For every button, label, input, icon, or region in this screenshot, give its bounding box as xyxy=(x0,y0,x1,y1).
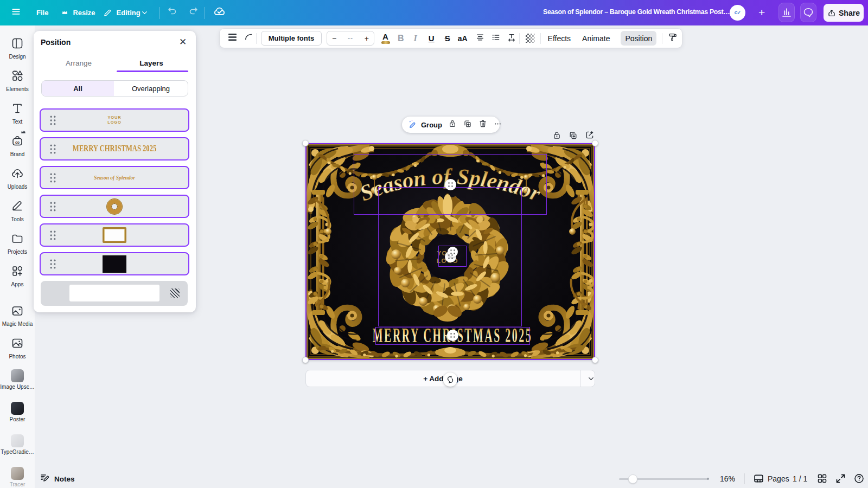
svg-text:co: co xyxy=(15,140,20,144)
